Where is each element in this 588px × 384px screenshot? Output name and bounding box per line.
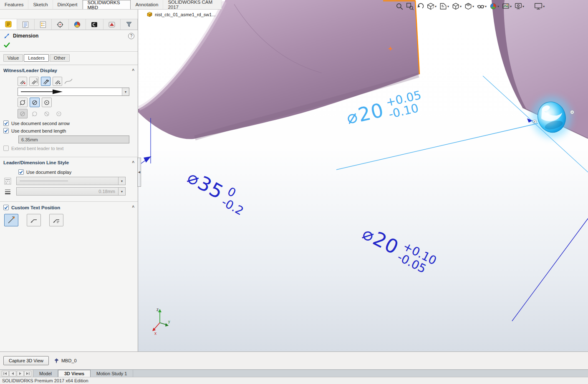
datum-tag-icon-2[interactable] bbox=[570, 110, 574, 114]
property-manager-tab[interactable] bbox=[0, 19, 17, 30]
arrows-inside-circle-button[interactable] bbox=[30, 98, 40, 107]
bottom-dim-leader-line[interactable] bbox=[512, 218, 588, 321]
zoom-fit-icon[interactable] bbox=[395, 2, 404, 10]
filter-tab[interactable] bbox=[121, 19, 138, 30]
leader-preview-icon bbox=[64, 78, 73, 85]
dropdown-caret-icon: ▾ bbox=[497, 5, 499, 8]
checkbox-bend-length[interactable]: Use document bend length bbox=[3, 128, 134, 133]
tab-navigation-cluster bbox=[0, 370, 33, 377]
capture-3d-view-button[interactable]: Capture 3D View bbox=[3, 356, 49, 365]
bend-length-input[interactable]: 6.35mm bbox=[18, 136, 129, 143]
breadcrumb[interactable]: nist_ctc_01_asme1_rd_sw1... bbox=[146, 11, 216, 18]
collapse-chevron-icon[interactable]: ^ bbox=[132, 161, 134, 165]
tab-model[interactable]: Model bbox=[33, 370, 58, 377]
broken-leader-aligned-text-button[interactable] bbox=[27, 214, 41, 226]
zoom-area-icon[interactable] bbox=[405, 2, 414, 10]
triad-x-label: x bbox=[154, 331, 156, 336]
display-style-icon[interactable]: ▾ bbox=[464, 2, 475, 10]
property-manager-icon bbox=[5, 20, 12, 28]
tab-dimxpert[interactable]: DimXpert bbox=[53, 0, 83, 9]
cam-feature-tree-tab[interactable] bbox=[86, 19, 103, 30]
checkbox-checked-icon[interactable] bbox=[3, 128, 9, 133]
dimxpert-manager-tab[interactable] bbox=[52, 19, 69, 30]
collapse-chevron-icon[interactable]: ^ bbox=[132, 205, 134, 210]
tab-value[interactable]: Value bbox=[3, 54, 23, 62]
featuremanager-tree-tab[interactable] bbox=[17, 19, 34, 30]
arrow-placement-buttons-disabled bbox=[18, 109, 134, 118]
tab-sketch[interactable]: Sketch bbox=[28, 0, 53, 9]
checkbox-extend-bent-leader: Extend bent leader to text bbox=[3, 146, 134, 151]
previous-view-icon[interactable] bbox=[416, 2, 425, 10]
line-style-icon bbox=[4, 178, 11, 185]
arrows-outside-circle-button[interactable] bbox=[18, 98, 28, 107]
witness-arrows-inside-button[interactable] bbox=[29, 77, 39, 86]
arrows-smart-circle-button[interactable] bbox=[42, 98, 52, 107]
view-settings-icon[interactable]: ▾ bbox=[514, 2, 525, 10]
configuration-manager-tab[interactable] bbox=[35, 19, 52, 30]
left-dim-arrowhead bbox=[144, 156, 151, 163]
filter-icon bbox=[125, 21, 133, 28]
apply-scene-icon[interactable]: ▾ bbox=[501, 2, 512, 10]
checkbox-use-document-display[interactable]: Use document display bbox=[18, 169, 134, 175]
witness-arrows-outside-button[interactable] bbox=[18, 77, 27, 86]
tab-annotation[interactable]: Annotation bbox=[131, 0, 163, 9]
collapse-chevron-icon[interactable]: ^ bbox=[132, 68, 134, 73]
headsup-view-toolbar: ▾ ▾ ▾ ▾ ▾ ▾ ▾ bbox=[395, 2, 545, 10]
disabled-circle-option-1 bbox=[18, 109, 28, 118]
checkbox-second-arrow[interactable]: Use document second arrow bbox=[3, 120, 134, 126]
checkbox-checked-icon[interactable] bbox=[3, 120, 9, 126]
nav-last-button[interactable] bbox=[24, 371, 31, 376]
dropdown-caret-icon[interactable]: ▾ bbox=[122, 88, 129, 95]
section-custom-text-position: Custom Text Position ^ bbox=[0, 202, 138, 232]
tab-solidworks-mbd[interactable]: SOLIDWORKS MBD bbox=[83, 0, 131, 9]
line-style-dropdown: ▾ bbox=[16, 177, 126, 185]
dropdown-caret-icon: ▾ bbox=[472, 5, 474, 8]
checkbox-checked-icon[interactable] bbox=[18, 169, 24, 175]
dropdown-caret-icon: ▾ bbox=[543, 5, 545, 8]
section-view-icon[interactable]: ▾ bbox=[426, 2, 437, 10]
arrow-placement-buttons bbox=[18, 98, 134, 107]
3d-views-pane: Capture 3D View MBD_0 bbox=[0, 351, 588, 369]
tab-leaders[interactable]: Leaders bbox=[24, 54, 49, 62]
help-icon[interactable]: ? bbox=[128, 33, 134, 39]
section-witness-leader-display: Witness/Leader Display ^ bbox=[0, 65, 138, 157]
arrow-style-preview-icon bbox=[20, 89, 66, 95]
hide-show-items-icon[interactable]: ▾ bbox=[476, 2, 487, 10]
section-header[interactable]: Custom Text Position ^ bbox=[0, 202, 138, 212]
witness-no-leader-button[interactable] bbox=[53, 77, 62, 86]
arrow-style-dropdown[interactable]: ▾ bbox=[18, 88, 129, 96]
tab-motion-study[interactable]: Motion Study 1 bbox=[91, 370, 133, 377]
dropdown-caret-icon: ▾ bbox=[435, 5, 437, 8]
nav-next-button[interactable] bbox=[17, 371, 24, 376]
dynamic-annotation-views-icon[interactable]: ▾ bbox=[439, 2, 450, 10]
view-orientation-icon[interactable]: ▾ bbox=[451, 2, 462, 10]
tab-solidworks-cam[interactable]: SOLIDWORKS CAM 2017 bbox=[163, 0, 222, 9]
tab-3d-views[interactable]: 3D Views bbox=[58, 370, 91, 377]
panel-splitter-handle[interactable]: ◀ bbox=[137, 158, 141, 187]
triad-y-label: y bbox=[168, 319, 170, 324]
line-style-row: ▾ bbox=[4, 177, 134, 185]
section-header[interactable]: Leader/Dimension Line Style ^ bbox=[0, 157, 138, 167]
section-header[interactable]: Witness/Leader Display ^ bbox=[0, 65, 138, 75]
display-manager-icon bbox=[73, 21, 81, 28]
nav-previous-button[interactable] bbox=[9, 371, 16, 376]
broken-leader-horizontal-text-button[interactable] bbox=[4, 214, 18, 226]
captured-view-item[interactable]: MBD_0 bbox=[54, 358, 77, 364]
cam-operation-tree-tab[interactable] bbox=[103, 19, 121, 30]
graphics-viewport[interactable]: z x y ⌀ 20 +0.05 -0.10 ⌀ 35 0 -0.2 ⌀ 20 bbox=[138, 0, 588, 351]
solid-leader-aligned-text-button[interactable] bbox=[49, 214, 63, 226]
ok-check-icon[interactable] bbox=[3, 42, 10, 48]
checkbox-checked-icon[interactable] bbox=[3, 205, 9, 210]
disabled-circle-option-3 bbox=[42, 109, 52, 118]
tab-other[interactable]: Other bbox=[50, 54, 70, 62]
manager-tab-strip bbox=[0, 19, 138, 30]
edit-appearance-icon[interactable]: ▾ bbox=[489, 2, 500, 10]
display-manager-tab[interactable] bbox=[69, 19, 86, 30]
tab-features[interactable]: Features bbox=[0, 0, 28, 9]
selected-dim-leader-line[interactable] bbox=[336, 123, 538, 170]
view-name-label: MBD_0 bbox=[61, 358, 77, 363]
screen-icon[interactable]: ▾ bbox=[533, 2, 545, 10]
witness-smart-button[interactable] bbox=[41, 77, 50, 86]
part-icon bbox=[146, 11, 153, 18]
nav-first-button[interactable] bbox=[2, 371, 9, 376]
